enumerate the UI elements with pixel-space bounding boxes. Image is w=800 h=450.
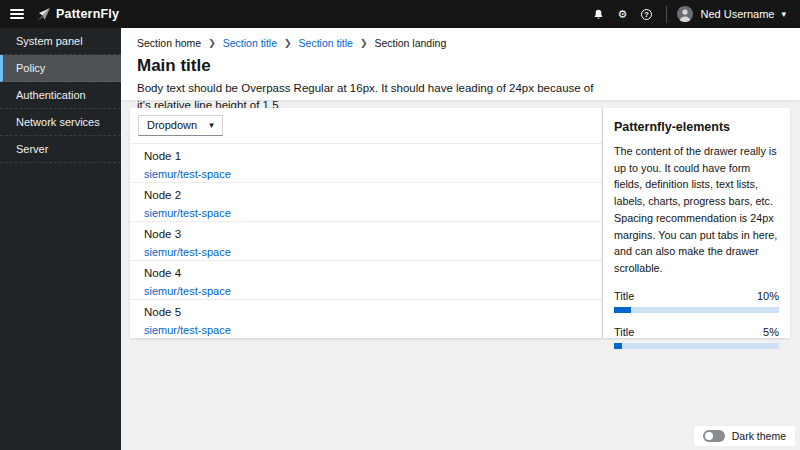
progress-group: Title 10% — [614, 290, 779, 313]
brand-name: PatternFly — [56, 7, 119, 21]
list-item: Node 4 siemur/test-space — [130, 261, 602, 300]
node-link[interactable]: siemur/test-space — [144, 323, 231, 337]
toolbar: Dropdown ▾ — [130, 108, 602, 144]
question-circle-icon: ? — [641, 9, 652, 20]
caret-down-icon: ▾ — [209, 120, 214, 130]
user-name: Ned Username — [700, 8, 774, 20]
progress-group: Title 5% — [614, 326, 779, 349]
breadcrumb-separator-icon: ❯ — [208, 38, 216, 48]
dark-theme-switch[interactable] — [703, 430, 725, 442]
sidebar-nav: System panel Policy Authentication Netwo… — [0, 28, 121, 450]
bell-icon — [593, 9, 604, 20]
masthead: PatternFly ⚙ ? Ned Username ▾ — [0, 0, 800, 28]
caret-down-icon: ▾ — [781, 9, 786, 19]
progress-label: Title — [614, 326, 634, 338]
nav-toggle-hamburger-icon[interactable] — [10, 7, 24, 21]
sidebar-item-authentication[interactable]: Authentication — [0, 82, 121, 109]
header-divider — [666, 6, 667, 23]
node-link[interactable]: siemur/test-space — [144, 167, 231, 181]
drawer-panel: Patternfly-elements The content of the d… — [602, 108, 790, 338]
sidebar-item-network-services[interactable]: Network services — [0, 109, 121, 136]
list-item: Node 2 siemur/test-space — [130, 183, 602, 222]
dropdown-toggle[interactable]: Dropdown ▾ — [138, 115, 223, 136]
main-content-panel: Dropdown ▾ Node 1 siemur/test-space Node… — [130, 108, 602, 338]
list-item: Node 3 siemur/test-space — [130, 222, 602, 261]
breadcrumb-item-section-title-1[interactable]: Section title — [223, 37, 277, 49]
breadcrumb-item-current: Section landing — [374, 37, 446, 49]
progress-bar — [614, 307, 779, 313]
user-avatar — [677, 6, 693, 22]
dark-theme-label: Dark theme — [732, 430, 786, 442]
drawer-title: Patternfly-elements — [614, 120, 779, 134]
node-name: Node 5 — [144, 305, 588, 320]
node-name: Node 2 — [144, 188, 588, 203]
help-button[interactable]: ? — [634, 0, 658, 28]
user-menu[interactable]: Ned Username ▾ — [677, 6, 786, 22]
breadcrumb-separator-icon: ❯ — [284, 38, 292, 48]
theme-toggle-card: Dark theme — [694, 426, 795, 446]
progress-label: Title — [614, 290, 634, 302]
page-header-section: Section home ❯ Section title ❯ Section t… — [121, 28, 800, 100]
switch-knob — [705, 432, 713, 440]
node-link[interactable]: siemur/test-space — [144, 284, 231, 298]
node-name: Node 4 — [144, 266, 588, 281]
list-item: Node 5 siemur/test-space — [130, 300, 602, 339]
node-name: Node 1 — [144, 149, 588, 164]
drawer-body-text: The content of the drawer really is up t… — [614, 143, 779, 277]
notifications-button[interactable] — [586, 0, 610, 28]
breadcrumb-item-home: Section home — [137, 37, 201, 49]
progress-bar-fill — [614, 343, 622, 349]
sidebar-item-policy[interactable]: Policy — [0, 55, 121, 82]
page-title: Main title — [137, 56, 784, 76]
progress-value: 5% — [763, 326, 779, 338]
sidebar-item-system-panel[interactable]: System panel — [0, 28, 121, 55]
breadcrumb-item-section-title-2[interactable]: Section title — [299, 37, 353, 49]
progress-bar — [614, 343, 779, 349]
node-link[interactable]: siemur/test-space — [144, 245, 231, 259]
progress-bar-fill — [614, 307, 631, 313]
gear-icon: ⚙ — [618, 9, 628, 20]
progress-value: 10% — [757, 290, 779, 302]
brand: PatternFly — [36, 7, 119, 22]
breadcrumb: Section home ❯ Section title ❯ Section t… — [137, 37, 784, 49]
sidebar-item-server[interactable]: Server — [0, 136, 121, 163]
patternfly-logo-icon — [36, 7, 51, 22]
node-name: Node 3 — [144, 227, 588, 242]
node-link[interactable]: siemur/test-space — [144, 206, 231, 220]
breadcrumb-separator-icon: ❯ — [360, 38, 368, 48]
settings-button[interactable]: ⚙ — [610, 0, 634, 28]
dropdown-label: Dropdown — [147, 119, 197, 131]
list-item: Node 1 siemur/test-space — [130, 144, 602, 183]
